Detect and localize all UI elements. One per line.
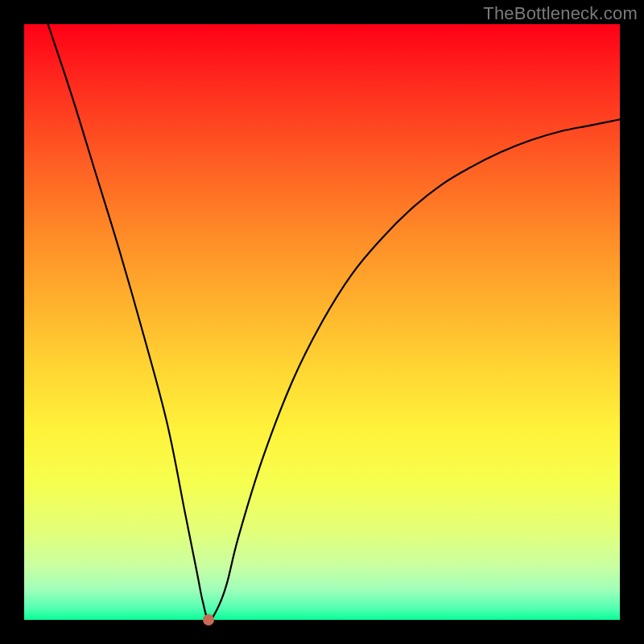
watermark-text: TheBottleneck.com [483, 3, 638, 24]
chart-frame: TheBottleneck.com [0, 0, 644, 644]
bottleneck-curve [24, 24, 620, 620]
plot-area [24, 24, 620, 620]
minimum-marker [203, 614, 214, 625]
